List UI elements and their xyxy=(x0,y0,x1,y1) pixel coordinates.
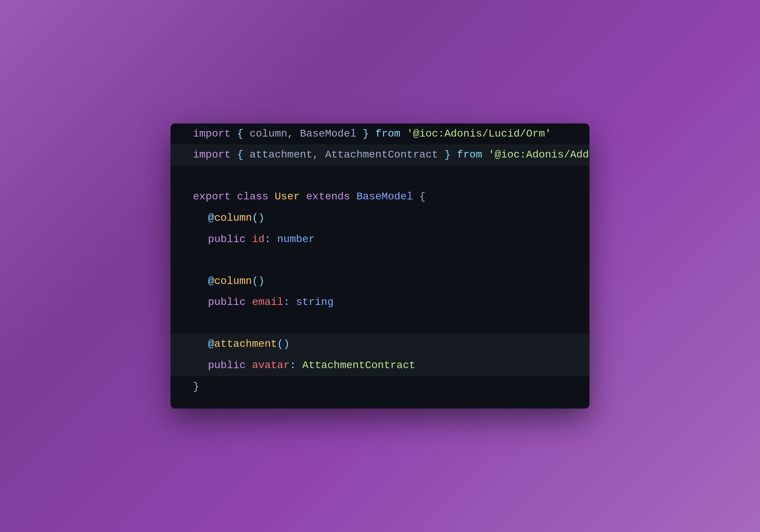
code-line-6: @column() xyxy=(171,271,589,292)
prop-avatar: avatar xyxy=(252,357,290,374)
decorator-column-2: column xyxy=(214,273,252,290)
code-line-2: import { attachment, AttachmentContract … xyxy=(171,144,589,166)
code-line-1: import { column, BaseModel } from '@ioc:… xyxy=(171,123,589,145)
space xyxy=(246,357,252,374)
code-line-10: } xyxy=(171,376,589,409)
decorator-parens-2: () xyxy=(252,273,265,290)
brace-close: } xyxy=(363,126,369,143)
keyword-public-2: public xyxy=(208,294,246,311)
class-close-brace: } xyxy=(193,379,199,395)
code-line-5: public id : number xyxy=(171,229,589,250)
code-line-4: @column() xyxy=(171,208,589,229)
code-line-3: export class User extends BaseModel { xyxy=(171,186,589,208)
space xyxy=(231,147,237,163)
keyword-import: import xyxy=(193,126,231,143)
decorator-attachment: attachment xyxy=(214,336,277,353)
decorator-parens-1: () xyxy=(252,210,265,227)
space2 xyxy=(369,126,376,143)
space2 xyxy=(451,147,457,163)
module-path-2: '@ioc:Adonis/Addons/AttachmentLite' xyxy=(488,147,589,163)
type-string: string xyxy=(296,294,334,311)
imports-list: column, BaseModel xyxy=(243,126,362,143)
brace-open-2: { xyxy=(237,147,243,163)
space4 xyxy=(350,189,356,205)
at-sign-2: @ xyxy=(208,273,214,290)
decorator-parens-3: () xyxy=(277,336,290,353)
class-basemodel: BaseModel xyxy=(356,189,413,205)
space xyxy=(231,189,237,205)
keyword-public-3: public xyxy=(208,357,246,374)
code-line-8: @attachment() xyxy=(171,334,589,355)
prop-email: email xyxy=(252,294,284,311)
code-line-9: public avatar : AttachmentContract xyxy=(171,355,589,376)
keyword-public-1: public xyxy=(208,231,246,248)
space5 xyxy=(413,189,419,205)
space xyxy=(246,294,252,311)
prop-id: id xyxy=(252,231,265,248)
keyword-export: export xyxy=(193,189,231,205)
colon-1: : xyxy=(264,231,271,248)
at-sign-3: @ xyxy=(208,336,214,353)
space xyxy=(231,126,237,143)
space3 xyxy=(401,126,407,143)
space xyxy=(246,231,252,248)
space2 xyxy=(269,189,275,205)
colon-3: : xyxy=(289,357,296,374)
from-keyword: from xyxy=(375,126,400,143)
keyword-import-2: import xyxy=(193,147,231,163)
space3 xyxy=(300,189,306,205)
keyword-extends: extends xyxy=(306,189,350,205)
decorator-column-1: column xyxy=(214,210,252,227)
space2 xyxy=(289,294,296,311)
space3 xyxy=(482,147,488,163)
spacer-1 xyxy=(171,166,589,186)
brace-close-2: } xyxy=(444,147,451,163)
code-window: import { column, BaseModel } from '@ioc:… xyxy=(171,123,589,409)
keyword-class: class xyxy=(237,189,269,205)
at-sign-1: @ xyxy=(208,210,214,227)
spacer-2 xyxy=(171,250,589,271)
code-line-7: public email : string xyxy=(171,292,589,313)
type-attachment-contract: AttachmentContract xyxy=(302,357,415,374)
module-path-1: '@ioc:Adonis/Lucid/Orm' xyxy=(407,126,551,143)
spacer-3 xyxy=(171,313,589,334)
colon-2: : xyxy=(284,294,290,311)
brace-open: { xyxy=(237,126,243,143)
class-open-brace: { xyxy=(419,189,426,205)
from-keyword-2: from xyxy=(457,147,482,163)
imports-list-2: attachment, AttachmentContract xyxy=(243,147,444,163)
class-user: User xyxy=(275,189,300,205)
code-body: import { column, BaseModel } from '@ioc:… xyxy=(171,123,589,409)
space2 xyxy=(271,231,277,248)
type-number: number xyxy=(277,231,315,248)
space2 xyxy=(296,357,302,374)
